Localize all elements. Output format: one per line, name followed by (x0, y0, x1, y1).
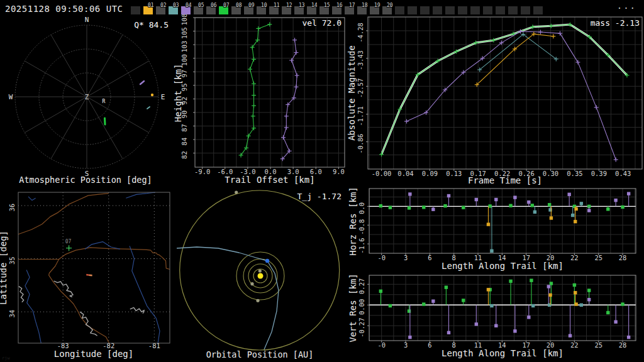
vert_res-ytick: 0.27 (358, 278, 365, 294)
map-river (130, 246, 160, 343)
station-number: 09 (248, 3, 255, 8)
detection-dot (151, 94, 153, 96)
horz_res-chart: -0368111417202225280.0-0.8-1.6Length Alo… (348, 187, 636, 271)
trail-chart: -9.0-6.0-3.00.03.06.09.08284879092959710… (173, 14, 345, 185)
station-slot-empty (483, 6, 492, 14)
station-slot-empty (395, 6, 404, 14)
trail-ytick: 84 (180, 138, 188, 146)
station-toggle-18[interactable]: 18 (357, 6, 367, 14)
map-border (18, 194, 109, 234)
orbit-title: Orbital Position [AU] (206, 349, 314, 359)
vert_res-ytick: -0.27 (358, 317, 365, 337)
charts-canvas: NSEWZRQ* 84.5Atmospheric Position [deg]-… (0, 0, 644, 362)
station-toggle-12[interactable]: 12 (282, 6, 291, 14)
meteoroid-trajectory (177, 247, 279, 349)
magnitude-ytick: -4.28 (357, 23, 364, 43)
station-number: 19 (374, 3, 380, 8)
station-slot-empty (458, 6, 467, 14)
station-toggle-06[interactable]: 06 (206, 6, 216, 14)
planet-dot (256, 299, 259, 302)
station-marker-label: 07 (65, 239, 72, 244)
station-toggle-05[interactable]: 05 (194, 6, 203, 14)
station-toggle-13[interactable]: 13 (294, 6, 304, 14)
station-slot-empty (131, 6, 140, 14)
magnitude-xtick: 0.39 (591, 170, 607, 177)
vert_res-xtick: 6 (428, 341, 431, 349)
overflow-menu[interactable]: ... (617, 1, 636, 11)
trail-series-station-07-green (239, 22, 272, 157)
station-number: 04 (186, 3, 192, 8)
vert_res-xtick: -0 (377, 341, 386, 349)
sun-dot (258, 273, 264, 279)
map-border (49, 260, 109, 344)
compass-west: W (9, 93, 13, 101)
ground-trail (89, 275, 92, 276)
station-toggle-01[interactable]: 01 (143, 6, 153, 14)
station-number: 06 (211, 3, 217, 8)
station-toggle-20[interactable]: 20 (382, 6, 392, 14)
station-toggle-03[interactable]: 03 (169, 6, 178, 14)
station-number: 15 (324, 3, 330, 8)
detection-track (147, 107, 150, 109)
horz_res-ytick: -1.6 (358, 238, 365, 253)
station-toggle-04[interactable]: 04 (181, 6, 191, 14)
station-number: 20 (387, 3, 393, 8)
station-toggle-07[interactable]: 07 (219, 6, 228, 14)
vert_res-ylabel: Vert Res [km] (348, 273, 358, 343)
station-toggle-11[interactable]: 11 (269, 6, 279, 14)
station-slot-empty (408, 6, 417, 14)
orbit-chart: T_j -1.72Orbital Position [AU] (177, 190, 341, 359)
trail-plot-frame (195, 18, 345, 167)
station-toggle-10[interactable]: 10 (257, 6, 266, 14)
station-number: 02 (160, 3, 167, 8)
station-slot-empty (496, 6, 505, 14)
trail-ylabel: Height [km] (173, 64, 183, 123)
trail-ticks: -9.0-6.0-3.00.03.06.09.08284879092959710… (180, 14, 345, 175)
magnitude-series-combined-fit (379, 23, 629, 157)
station-toggle-15[interactable]: 15 (319, 6, 329, 14)
station-toggle-14[interactable]: 14 (307, 6, 316, 14)
magnitude-xtick: 0.13 (446, 170, 462, 177)
station-toggle-19[interactable]: 19 (370, 6, 379, 14)
magnitude-chart: -0.000.040.090.130.170.220.260.300.350.3… (347, 17, 642, 185)
top-bar: 20251128 09:50:06 UTC 010203040506070809… (0, 0, 644, 17)
vert_res-xlabel: Length Along Trail [km] (441, 348, 564, 358)
station-number: 16 (336, 3, 343, 8)
detection-track (105, 118, 106, 124)
station-number: 05 (198, 3, 204, 8)
horz_res-xtick: 6 (428, 254, 431, 261)
station-number: 08 (236, 3, 242, 8)
magnitude-xtick: 0.43 (615, 170, 631, 177)
station-number: 01 (148, 3, 154, 8)
map-river (25, 270, 41, 343)
magnitude-annotation: mass -2.13 (591, 18, 640, 28)
tisserand-annotation: T_j -1.72 (297, 192, 341, 201)
station-number: 10 (261, 3, 267, 8)
horz_res-xtick: -0 (377, 254, 386, 261)
station-slot-empty (470, 6, 480, 14)
q-value-annotation: Q* 84.5 (134, 20, 169, 30)
timestamp: 20251128 09:50:06 UTC (5, 4, 123, 14)
horz_res-xtick: 3 (404, 254, 408, 261)
station-toggle-17[interactable]: 17 (345, 6, 354, 14)
planet-dot (235, 190, 238, 194)
magnitude-xtick: 0.30 (543, 170, 558, 177)
map-river (28, 197, 36, 200)
vert_res-xtick: 25 (594, 341, 602, 349)
magnitude-ytick: -2.57 (357, 78, 364, 98)
horz_res-xlabel: Length Along Trail [km] (441, 261, 564, 271)
station-number: 18 (362, 3, 368, 8)
station-slot-empty (508, 6, 518, 14)
vert_res-xtick: 3 (404, 341, 408, 349)
station-toggle-08[interactable]: 08 (231, 6, 241, 14)
vert_res-chart: -0368111417202225280.270.00-0.27Length A… (348, 273, 636, 358)
station-number: 12 (286, 3, 292, 8)
station-toggle-02[interactable]: 02 (156, 6, 165, 14)
magnitude-ytick: -1.71 (357, 106, 364, 126)
horz_res-ytick: -0.8 (358, 219, 365, 235)
vert_res-xtick: 28 (619, 341, 627, 349)
station-toggle-09[interactable]: 09 (244, 6, 253, 14)
magnitude-xtick: 0.35 (567, 170, 582, 177)
station-number: 11 (274, 3, 280, 8)
station-toggle-16[interactable]: 16 (332, 6, 341, 14)
